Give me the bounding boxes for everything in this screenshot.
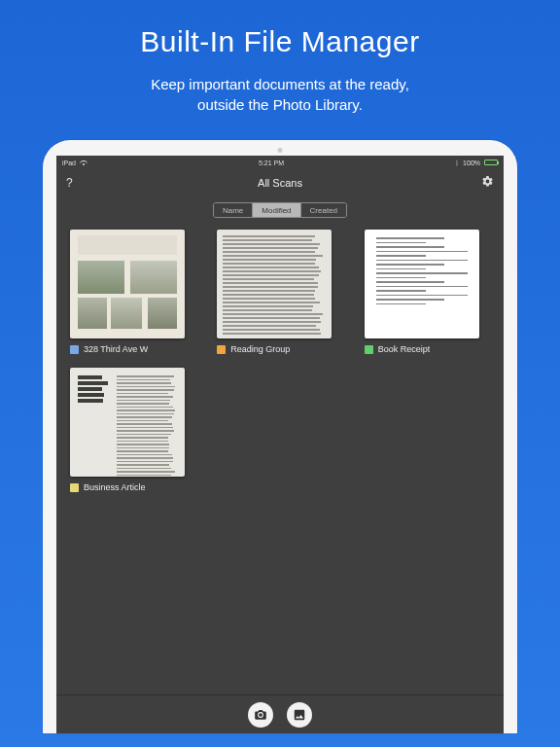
scan-item[interactable]: Reading Group [217,230,332,354]
sort-seg-modified[interactable]: Modified [252,203,299,217]
gallery-button[interactable] [287,702,312,728]
sort-segmented-control: NameModifiedCreated [213,202,347,218]
battery-icon [484,160,498,165]
scan-thumbnail[interactable] [70,368,185,477]
status-bar: iPad 5:21 PM ᛒ 100% [56,156,504,169]
sort-seg-created[interactable]: Created [300,203,346,217]
scan-label: Book Receipt [378,344,431,354]
scan-label-row: Book Receipt [365,344,479,354]
sort-control-wrap: NameModifiedCreated [56,196,504,228]
scan-label: 328 Third Ave W [84,344,148,354]
marketing-subhead: Keep important documents at the ready, o… [151,74,409,115]
sort-seg-name[interactable]: Name [214,203,252,217]
page-title: All Scans [56,177,504,189]
scan-label-row: Business Article [70,482,185,492]
app-screen: iPad 5:21 PM ᛒ 100% ? All Scans NameModi [56,156,504,733]
image-icon [293,708,306,722]
color-swatch [217,345,226,354]
scan-thumbnail[interactable] [70,230,185,338]
camera-button[interactable] [248,702,273,728]
bottom-toolbar [56,694,504,733]
ipad-frame: iPad 5:21 PM ᛒ 100% ? All Scans NameModi [43,140,517,733]
bluetooth-icon: ᛒ [455,160,459,166]
scan-thumbnail[interactable] [365,230,479,338]
scan-item[interactable]: Business Article [70,368,185,492]
device-label: iPad [62,160,76,166]
scans-grid: 328 Third Ave WReading GroupBook Receipt… [56,228,504,694]
scan-label: Reading Group [230,344,290,354]
status-time: 5:21 PM [259,160,284,166]
scan-label-row: 328 Third Ave W [70,344,185,354]
gear-icon [481,175,494,188]
scan-label-row: Reading Group [217,344,332,354]
color-swatch [70,345,79,354]
scan-label: Business Article [84,482,146,492]
help-button[interactable]: ? [66,176,73,190]
marketing-headline: Built-In File Manager [140,25,419,58]
subhead-line1: Keep important documents at the ready, [151,76,409,92]
nav-bar: ? All Scans [56,169,504,196]
ipad-camera-dot [278,148,283,153]
battery-percent: 100% [463,160,480,166]
wifi-icon [80,160,88,165]
scan-item[interactable]: Book Receipt [365,230,479,354]
scan-item[interactable]: 328 Third Ave W [70,230,185,354]
subhead-line2: outside the Photo Library. [197,96,363,113]
settings-button[interactable] [481,175,494,191]
color-swatch [365,345,373,354]
scan-thumbnail[interactable] [217,230,332,338]
color-swatch [70,483,79,492]
camera-icon [254,708,267,722]
